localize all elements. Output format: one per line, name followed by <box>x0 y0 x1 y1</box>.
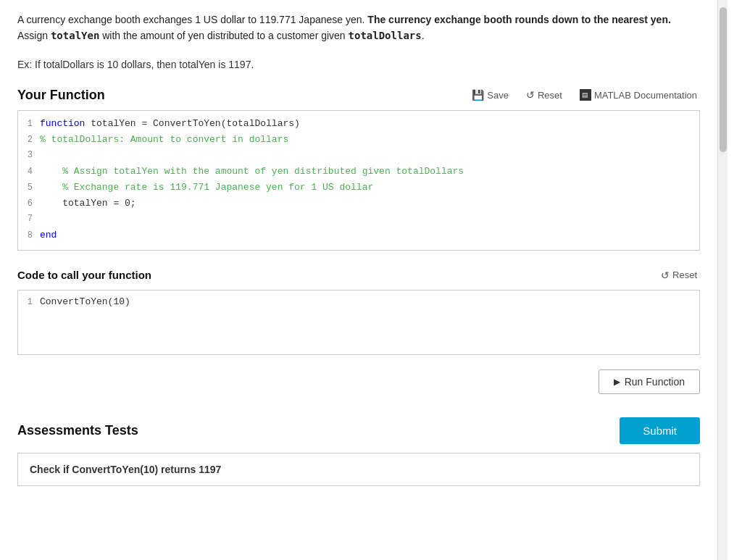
run-function-label: Run Function <box>625 376 685 388</box>
assessment-item-1: Check if ConvertToYen(10) returns 1197 <box>17 453 700 486</box>
call-line-content-1: ConvertToYen(10) <box>40 296 699 307</box>
reset-function-button[interactable]: ↺ Reset <box>523 88 565 102</box>
line-content-6: totalYen = 0; <box>40 196 699 212</box>
save-icon: 💾 <box>472 89 484 101</box>
reset-call-icon: ↺ <box>661 269 670 281</box>
line-content-1: function totalYen = ConvertToYen(totalDo… <box>40 117 699 132</box>
line-number-2: 2 <box>18 133 40 147</box>
run-button-row: ▶ Run Function <box>17 369 700 394</box>
function-code-editor[interactable]: 1 function totalYen = ConvertToYen(total… <box>17 110 700 251</box>
run-function-button[interactable]: ▶ Run Function <box>599 369 700 394</box>
var-totalYen: totalYen <box>51 30 99 41</box>
call-section-title: Code to call your function <box>17 269 151 281</box>
scrollbar-thumb[interactable] <box>720 7 727 152</box>
submit-button[interactable]: Submit <box>620 417 700 444</box>
reset-call-button[interactable]: ↺ Reset <box>658 268 700 283</box>
save-button[interactable]: 💾 Save <box>469 88 512 102</box>
assessments-header: Assessments Tests Submit <box>17 417 700 444</box>
code-line-4: 4 % Assign totalYen with the amount of y… <box>18 164 699 180</box>
function-code-lines: 1 function totalYen = ConvertToYen(total… <box>18 111 699 250</box>
matlab-icon: ▤ <box>580 89 591 101</box>
assessments-title: Assessments Tests <box>17 423 138 438</box>
code-line-8: 8 end <box>18 228 699 244</box>
reset-call-label: Reset <box>672 269 697 280</box>
line-number-8: 8 <box>18 229 40 243</box>
call-section-header: Code to call your function ↺ Reset <box>17 268 700 283</box>
call-section: Code to call your function ↺ Reset 1 Con… <box>17 268 700 355</box>
call-line-number-1: 1 <box>18 297 40 307</box>
line-number-1: 1 <box>18 117 40 131</box>
call-code-line-1: 1 ConvertToYen(10) <box>18 296 699 312</box>
run-icon: ▶ <box>614 377 620 387</box>
line-content-4: % Assign totalYen with the amount of yen… <box>40 164 699 180</box>
line-number-5: 5 <box>18 181 40 195</box>
line-number-6: 6 <box>18 197 40 211</box>
reset-label: Reset <box>538 90 562 101</box>
line-number-7: 7 <box>18 212 40 226</box>
code-line-1: 1 function totalYen = ConvertToYen(total… <box>18 117 699 133</box>
code-line-3: 3 <box>18 149 699 164</box>
matlab-doc-button[interactable]: ▤ MATLAB Documentation <box>577 88 700 102</box>
your-function-actions: 💾 Save ↺ Reset ▤ MATLAB Documentation <box>469 88 700 102</box>
line-number-4: 4 <box>18 165 40 179</box>
scrollbar[interactable] <box>717 0 728 560</box>
code-line-7: 7 <box>18 212 699 228</box>
line-content-5: % Exchange rate is 119.771 Japanese yen … <box>40 180 699 196</box>
reset-icon: ↺ <box>526 89 535 101</box>
description-bold: The currency exchange booth rounds down … <box>367 14 671 25</box>
line-number-3: 3 <box>18 149 40 162</box>
line-content-2: % totalDollars: Amount to convert in dol… <box>40 133 699 148</box>
code-line-2: 2 % totalDollars: Amount to convert in d… <box>18 133 699 149</box>
var-totalDollars: totalDollars <box>349 30 422 41</box>
example-text: Ex: If totalDollars is 10 dollars, then … <box>17 59 700 70</box>
save-label: Save <box>487 90 509 101</box>
line-content-8: end <box>40 228 699 243</box>
matlab-doc-label: MATLAB Documentation <box>594 90 697 101</box>
code-line-6: 6 totalYen = 0; <box>18 196 699 212</box>
your-function-section-header: Your Function 💾 Save ↺ Reset ▤ MATLAB Do… <box>17 88 700 103</box>
call-code-editor[interactable]: 1 ConvertToYen(10) <box>17 290 700 355</box>
problem-description: A currency exchange booth exchanges 1 US… <box>17 12 700 44</box>
code-line-5: 5 % Exchange rate is 119.771 Japanese ye… <box>18 180 699 196</box>
your-function-title: Your Function <box>17 88 105 103</box>
